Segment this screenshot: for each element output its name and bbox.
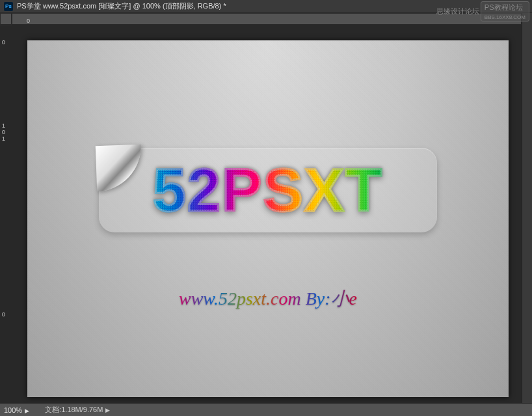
ruler-vertical[interactable]: 0 1 0 1 0	[0, 25, 12, 26]
chevron-right-icon[interactable]: ▶	[105, 407, 110, 413]
document-canvas[interactable]: 52PSXT www.52psxt.com By:小e	[27, 40, 509, 397]
ruler-origin[interactable]	[0, 13, 12, 25]
watermark-right: PS教程论坛 BBS.16XX8.COM	[481, 1, 529, 21]
zoom-level[interactable]: 100%▶	[4, 406, 29, 414]
status-bar: 100%▶ 文档:1.18M/9.76M▶	[0, 403, 532, 416]
artwork-sub-text: www.52psxt.com By:小e	[179, 286, 357, 311]
workspace: 0 1 0 1 0 0 52PSXT www.52psxt.com By:小e	[0, 13, 532, 403]
document-size[interactable]: 文档:1.18M/9.76M▶	[45, 405, 110, 415]
document-title[interactable]: PS学堂 www.52psxt.com [璀璨文字] @ 100% (顶部阴影,…	[17, 1, 226, 11]
photoshop-icon: Ps	[4, 2, 13, 11]
scrollbar-vertical[interactable]	[522, 13, 532, 403]
canvas-viewport[interactable]: 52PSXT www.52psxt.com By:小e	[12, 25, 522, 403]
artwork-main-text: 52PSXT	[153, 156, 384, 225]
watermarks: 思缘设计论坛 PS教程论坛 BBS.16XX8.COM	[436, 1, 529, 21]
watermark-left: 思缘设计论坛	[436, 7, 479, 16]
page-curl-effect	[96, 145, 142, 191]
chevron-down-icon[interactable]: ▶	[25, 408, 29, 414]
